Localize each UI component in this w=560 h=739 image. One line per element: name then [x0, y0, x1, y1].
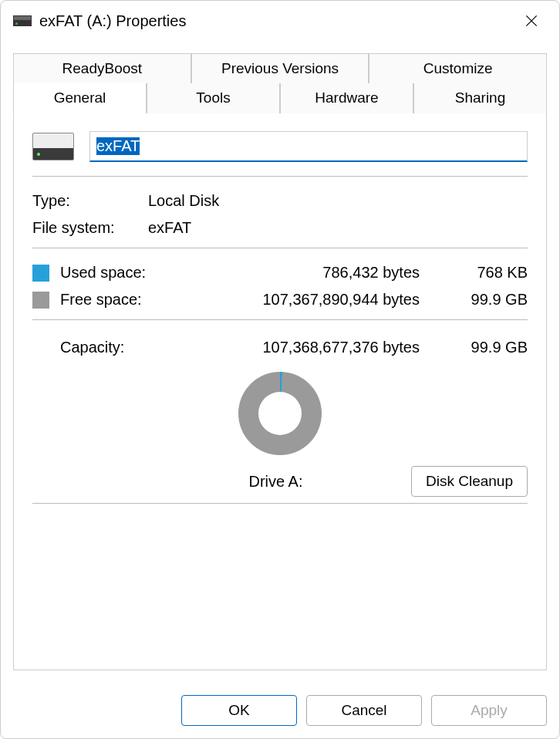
separator	[32, 176, 528, 177]
free-space-human: 99.9 GB	[443, 291, 528, 309]
capacity-human: 99.9 GB	[443, 339, 528, 356]
volume-name-input[interactable]	[89, 131, 528, 162]
titlebar: exFAT (A:) Properties	[1, 1, 559, 41]
tab-customize[interactable]: Customize	[369, 53, 547, 83]
drive-large-icon	[32, 133, 74, 160]
tab-general[interactable]: General	[13, 83, 147, 113]
tab-tools[interactable]: Tools	[147, 83, 280, 113]
drive-icon	[13, 15, 32, 26]
separator	[32, 248, 528, 248]
apply-button[interactable]: Apply	[431, 695, 547, 726]
used-space-bytes: 786,432 bytes	[176, 264, 443, 282]
filesystem-label: File system:	[32, 219, 148, 237]
close-button[interactable]	[516, 5, 547, 36]
usage-pie-chart	[238, 372, 322, 455]
tab-readyboost[interactable]: ReadyBoost	[13, 53, 191, 83]
capacity-label: Capacity:	[32, 339, 176, 356]
free-swatch-icon	[32, 292, 49, 309]
cancel-button[interactable]: Cancel	[306, 695, 422, 726]
close-icon	[524, 13, 539, 29]
free-space-label: Free space:	[60, 291, 176, 309]
ok-button[interactable]: OK	[181, 695, 297, 726]
separator	[32, 503, 528, 504]
tab-previous-versions[interactable]: Previous Versions	[191, 53, 369, 83]
dialog-footer: OK Cancel Apply	[1, 683, 559, 738]
drive-letter-label: Drive A:	[32, 473, 411, 491]
general-panel: Type: Local Disk File system: exFAT Used…	[13, 113, 547, 670]
tab-hardware[interactable]: Hardware	[280, 83, 413, 113]
disk-cleanup-button[interactable]: Disk Cleanup	[411, 466, 528, 497]
free-space-bytes: 107,367,890,944 bytes	[176, 291, 443, 309]
separator	[32, 319, 528, 320]
capacity-bytes: 107,368,677,376 bytes	[176, 339, 443, 356]
used-space-label: Used space:	[60, 264, 176, 282]
type-label: Type:	[32, 192, 148, 210]
used-space-human: 768 KB	[443, 264, 528, 282]
window-title: exFAT (A:) Properties	[39, 12, 516, 30]
tab-sharing[interactable]: Sharing	[413, 83, 547, 113]
used-swatch-icon	[32, 265, 49, 282]
tab-strip: ReadyBoost Previous Versions Customize G…	[13, 53, 547, 113]
type-value: Local Disk	[148, 192, 219, 210]
filesystem-value: exFAT	[148, 219, 191, 237]
content-area: ReadyBoost Previous Versions Customize G…	[1, 41, 559, 683]
properties-window: exFAT (A:) Properties ReadyBoost Previou…	[0, 0, 560, 739]
